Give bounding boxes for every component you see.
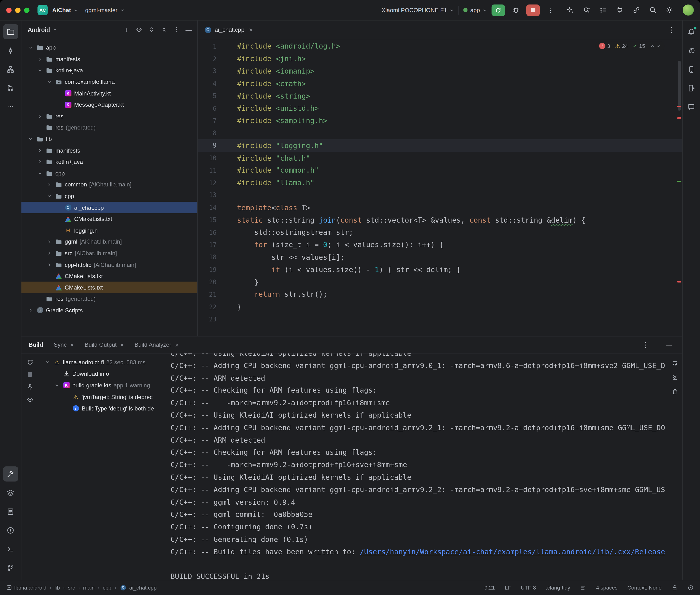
- build-tree-item[interactable]: Kbuild.gradle.ktsapp 1 warning: [38, 379, 171, 391]
- build-tree-item[interactable]: ⚠'jvmTarget: String' is deprec: [38, 391, 171, 403]
- line-separator[interactable]: LF: [505, 585, 511, 591]
- error-stripe-mark[interactable]: [677, 106, 681, 107]
- line-number[interactable]: 16: [198, 229, 237, 236]
- breadcrumb-item[interactable]: llama.android: [6, 585, 47, 591]
- project-tool-button[interactable]: [3, 24, 18, 39]
- code-line[interactable]: 5#include <string>: [198, 90, 682, 102]
- code-line[interactable]: 8: [198, 127, 682, 139]
- chevron-down-icon[interactable]: [44, 360, 51, 365]
- code-line[interactable]: 7#include <sampling.h>: [198, 115, 682, 127]
- notifications-button[interactable]: [684, 24, 699, 39]
- new-item-button[interactable]: +: [120, 24, 132, 35]
- build-tree-item[interactable]: iBuildType 'debug' is both de: [38, 403, 171, 414]
- version-control-tool-button[interactable]: [3, 560, 18, 575]
- build-options-icon[interactable]: ⋮: [639, 339, 652, 351]
- close-tab-icon[interactable]: ×: [120, 341, 123, 348]
- close-tab-icon[interactable]: ×: [175, 341, 178, 348]
- stop-button[interactable]: [526, 4, 540, 16]
- device-selector[interactable]: Xiaomi POCOPHONE F1: [379, 7, 454, 13]
- pin-tab-button[interactable]: [24, 381, 36, 393]
- filter-messages-button[interactable]: [24, 394, 36, 405]
- code-line[interactable]: 13: [198, 189, 682, 201]
- project-tree-item[interactable]: CMakeLists.txt: [22, 271, 197, 282]
- project-tree-item[interactable]: GGradle Scripts: [22, 305, 197, 316]
- structure-tool-button[interactable]: [3, 62, 18, 77]
- caret-position[interactable]: 9:21: [484, 585, 495, 591]
- code-line[interactable]: 3#include <iomanip>: [198, 65, 682, 77]
- run-context[interactable]: Context: None: [627, 585, 662, 591]
- zoom-window-button[interactable]: [24, 7, 29, 12]
- code-line[interactable]: 21 return str.str();: [198, 288, 682, 301]
- build-tab-build-output[interactable]: Build Output×: [85, 341, 123, 348]
- project-tree-item[interactable]: cpp-httplib[AiChat.lib.main]: [22, 259, 197, 271]
- code-line[interactable]: 23: [198, 313, 682, 325]
- code-line[interactable]: 15static std::string join(const std::vec…: [198, 214, 682, 226]
- project-selector[interactable]: AiChat: [52, 7, 78, 13]
- code-line[interactable]: 16 std::ostringstream str;: [198, 226, 682, 238]
- code-line[interactable]: 20 }: [198, 276, 682, 288]
- project-tree-item[interactable]: manifests: [22, 145, 197, 156]
- search-everywhere-button[interactable]: [646, 4, 659, 16]
- code-line[interactable]: 19 if (i < values.size() - 1) { str << d…: [198, 263, 682, 276]
- minimize-window-button[interactable]: [15, 7, 21, 12]
- project-tree-item[interactable]: CMakeLists.txt: [22, 282, 197, 293]
- editor-options-icon[interactable]: ⋮: [665, 23, 678, 36]
- inspections-widget[interactable]: !3 ⚠24 ✓15: [595, 41, 664, 50]
- chevron-down-icon[interactable]: [27, 137, 34, 142]
- project-tree-item[interactable]: res: [22, 111, 197, 122]
- task-list-button[interactable]: [597, 4, 609, 16]
- line-number[interactable]: 14: [198, 204, 237, 211]
- editor-tab[interactable]: C ai_chat.cpp ×: [204, 26, 253, 34]
- hide-build-panel-icon[interactable]: —: [663, 339, 675, 351]
- hide-panel-button[interactable]: —: [183, 24, 195, 35]
- problems-tool-button[interactable]: [3, 522, 18, 538]
- line-number[interactable]: 7: [198, 117, 237, 124]
- close-window-button[interactable]: [6, 7, 11, 12]
- chevron-right-icon[interactable]: [36, 148, 43, 153]
- project-tree-item[interactable]: kotlin+java: [22, 156, 197, 168]
- more-actions-icon[interactable]: ⋮: [544, 4, 557, 16]
- build-tree-item[interactable]: Download info: [38, 368, 171, 379]
- chevron-down-icon[interactable]: [46, 80, 53, 85]
- line-number[interactable]: 6: [198, 105, 237, 112]
- device-manager-tool-button[interactable]: [684, 62, 699, 77]
- chevron-right-icon[interactable]: [27, 308, 34, 313]
- line-number[interactable]: 3: [198, 67, 237, 75]
- breadcrumb-item[interactable]: src: [68, 585, 75, 591]
- error-stripe-mark[interactable]: [677, 117, 681, 119]
- device-explorer-tool-button[interactable]: [3, 485, 18, 500]
- line-number[interactable]: 18: [198, 254, 237, 261]
- app-quality-insights-button[interactable]: [684, 99, 699, 114]
- running-devices-tool-button[interactable]: [684, 80, 699, 95]
- code-line[interactable]: 11#include "common.h": [198, 164, 682, 177]
- line-number[interactable]: 10: [198, 154, 237, 162]
- line-number[interactable]: 1: [198, 43, 237, 50]
- locate-file-button[interactable]: [133, 24, 145, 35]
- project-tree-item[interactable]: common[AiChat.lib.main]: [22, 179, 197, 191]
- more-tool-windows-button[interactable]: ⋯: [3, 99, 18, 114]
- line-number[interactable]: 23: [198, 316, 237, 323]
- editor-scrollbar[interactable]: [678, 61, 681, 111]
- project-tree-item[interactable]: manifests: [22, 53, 197, 65]
- code-with-me-button[interactable]: [630, 4, 642, 16]
- settings-button[interactable]: [663, 4, 675, 16]
- line-number[interactable]: 15: [198, 217, 237, 224]
- project-tree-item[interactable]: app: [22, 42, 197, 53]
- collapse-all-button[interactable]: [158, 24, 170, 35]
- line-number[interactable]: 20: [198, 279, 237, 286]
- code-line[interactable]: 10#include "chat.h": [198, 152, 682, 164]
- error-stripe-mark[interactable]: [677, 281, 681, 283]
- terminal-tool-button[interactable]: [3, 541, 18, 557]
- soft-wrap-button[interactable]: [669, 357, 680, 369]
- logcat-tool-button[interactable]: [3, 504, 18, 519]
- file-encoding[interactable]: UTF-8: [521, 585, 536, 591]
- debug-button[interactable]: [509, 4, 522, 16]
- clang-tidy[interactable]: .clang-tidy: [546, 585, 570, 591]
- pull-requests-tool-button[interactable]: [3, 80, 18, 95]
- ai-actions-button[interactable]: [564, 4, 576, 16]
- build-tab-build[interactable]: Build: [29, 341, 43, 348]
- build-console[interactable]: C/C++: -- Using KleidiAI optimized kerne…: [171, 353, 667, 580]
- next-problem-icon[interactable]: [656, 44, 661, 49]
- chevron-right-icon[interactable]: [46, 239, 53, 244]
- breadcrumb-item[interactable]: main: [83, 585, 95, 591]
